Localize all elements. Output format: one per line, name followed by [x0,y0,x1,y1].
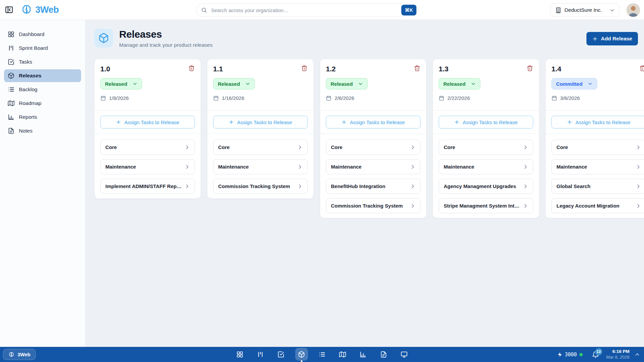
task-item[interactable]: BenefitHub Integration [326,179,420,194]
task-item[interactable]: Legacy Account Migration [551,198,644,213]
release-version: 1.1 [213,65,223,73]
release-card-1.2: 1.2 Released 2/6/2026 Assign Tasks to Re… [320,59,427,218]
chevron-right-icon [184,164,190,170]
task-item[interactable]: Stripe Managment System Integrati... [439,198,533,213]
task-item[interactable]: Commission Tracking System [213,179,308,194]
taskbar-reports-button[interactable] [357,348,370,361]
taskbar-notes-button[interactable] [377,348,390,361]
assign-tasks-button[interactable]: Assign Tasks to Release [551,116,644,129]
brain-icon [21,4,32,15]
release-card-1.3: 1.3 Released 2/22/2026 Assign Tasks to R… [433,59,539,218]
release-status-select[interactable]: Committed [551,78,597,89]
chevron-right-icon [636,184,641,189]
trash-icon [639,65,644,72]
taskbar-roadmap-button[interactable] [336,348,349,361]
sidebar-item-sprint-board[interactable]: Sprint Board [4,42,81,55]
notification-badge: 13 [595,348,602,355]
taskbar-tasks-button[interactable] [275,348,287,361]
delete-release-button[interactable] [301,65,308,72]
task-item[interactable]: Core [551,140,644,155]
release-version: 1.2 [326,65,336,73]
task-item[interactable]: Maintenance [100,159,195,174]
task-item[interactable]: Core [100,140,195,155]
sidebar-collapse-button[interactable] [5,5,13,14]
assign-tasks-button[interactable]: Assign Tasks to Release [439,116,533,129]
delete-release-button[interactable] [639,65,644,72]
sidebar-item-reports[interactable]: Reports [4,111,81,123]
release-status-select[interactable]: Released [326,78,368,89]
task-item[interactable]: Core [213,140,308,155]
delete-release-button[interactable] [188,65,195,72]
reports-icon [8,114,14,120]
power-value: 3000 [565,352,577,358]
delete-release-button[interactable] [527,65,533,72]
sidebar-item-roadmap[interactable]: Roadmap [4,97,81,110]
page-title: Releases [119,29,212,40]
assign-tasks-button[interactable]: Assign Tasks to Release [326,116,420,129]
release-status-select[interactable]: Released [213,78,255,89]
chevron-right-icon [410,145,415,150]
task-item[interactable]: Maintenance [213,159,308,174]
chevron-down-icon [133,81,137,86]
organization-name: DeductSure Inc. [565,7,602,13]
topbar: 3Web ⌘K DeductSure Inc. [0,0,644,20]
task-item[interactable]: Core [439,140,533,155]
trash-icon [527,65,533,72]
release-status-select[interactable]: Released [439,78,480,89]
sidebar-item-releases[interactable]: Releases [4,69,81,82]
organization-selector[interactable]: DeductSure Inc. [550,3,619,17]
notes-icon [8,128,14,134]
taskbar-dashboard-button[interactable] [234,348,246,361]
task-item[interactable]: Global Search [551,179,644,194]
page-header: Releases Manage and track your product r… [94,29,644,48]
task-item[interactable]: Maintenance [439,159,533,174]
taskbar-sprint-board-button[interactable] [254,348,267,361]
app-logo: 3Web [21,4,59,15]
task-item[interactable]: Implement ADMIN/STAFF Reporting [100,179,195,194]
plus-icon [454,119,460,125]
search-icon [201,7,207,13]
chevron-right-icon [297,184,303,189]
clock-time: 6:16 PM [606,349,630,355]
taskbar-releases-button[interactable] [295,348,308,361]
assign-tasks-button[interactable]: Assign Tasks to Release [100,116,195,129]
chevron-down-icon [471,81,476,86]
add-release-button[interactable]: Add Release [586,32,638,45]
taskbar-display-button[interactable] [398,348,411,361]
chevron-right-icon [523,203,528,209]
sprint-board-icon [257,351,264,358]
search-input[interactable] [196,3,418,17]
task-item[interactable]: Core [326,140,420,155]
taskbar-start-button[interactable]: 3Web [3,349,36,360]
sidebar-item-tasks[interactable]: Tasks [4,56,81,68]
chevron-down-icon [588,81,592,86]
reports-icon [360,351,367,358]
user-avatar[interactable] [626,3,640,17]
taskbar: 3Web 3000 [0,347,644,362]
sidebar-item-notes[interactable]: Notes [4,124,81,137]
release-status-select[interactable]: Released [100,78,142,89]
assign-tasks-button[interactable]: Assign Tasks to Release [213,116,308,129]
task-item[interactable]: Commission Tracking System [326,198,420,213]
search-shortcut-button[interactable]: ⌘K [401,5,416,15]
chevron-down-icon [358,81,363,86]
task-item[interactable]: Agency Managment Upgrades [439,179,533,194]
plus-icon [567,119,572,125]
trash-icon [301,65,308,72]
sidebar-item-backlog[interactable]: Backlog [4,83,81,96]
calendar-icon [213,95,219,101]
building-icon [555,7,562,13]
sidebar-item-dashboard[interactable]: Dashboard [4,28,81,41]
main-content: Releases Manage and track your product r… [86,20,644,347]
chevron-right-icon [636,145,641,150]
chevron-up-icon[interactable] [635,352,640,357]
taskbar-backlog-button[interactable] [316,348,329,361]
task-item[interactable]: Maintenance [551,159,644,174]
delete-release-button[interactable] [414,65,420,72]
task-item[interactable]: Maintenance [326,159,420,174]
notes-icon [380,351,387,358]
active-indicator-dot [301,360,302,362]
chevron-right-icon [297,164,303,170]
dashboard-icon [8,31,14,38]
notifications-button[interactable]: 13 [592,351,599,358]
